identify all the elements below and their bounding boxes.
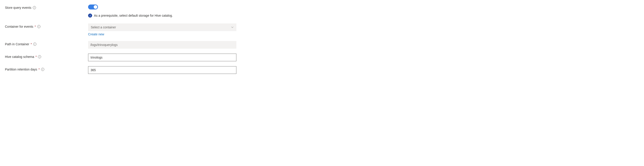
info-icon[interactable]: i (33, 6, 36, 9)
label-text: Store query events (5, 6, 32, 10)
container-select[interactable]: Select a container (88, 23, 236, 31)
create-new-link[interactable]: Create new (88, 32, 104, 36)
info-icon[interactable]: i (33, 43, 36, 46)
path-in-container-input[interactable] (88, 41, 236, 49)
label-container-for-events: Container for events * i (5, 23, 88, 28)
field-container-for-events: Select a container Create new (88, 23, 236, 36)
required-asterisk: * (30, 42, 32, 46)
label-text: Partition retention days (5, 67, 37, 71)
store-query-events-toggle[interactable] (88, 5, 98, 10)
row-store-query-events: Store query events i i As a prerequisite… (5, 5, 233, 22)
row-path-in-container: Path in Container * i (5, 41, 233, 49)
prerequisite-hint: i As a prerequisite, select default stor… (88, 14, 233, 18)
field-partition-retention-days (88, 66, 236, 74)
label-store-query-events: Store query events i (5, 5, 88, 10)
required-asterisk: * (38, 67, 40, 71)
label-path-in-container: Path in Container * i (5, 41, 88, 46)
field-path-in-container (88, 41, 236, 49)
info-icon[interactable]: i (37, 25, 40, 28)
row-hive-catalog-schema: Hive catalog schema * i (5, 54, 233, 61)
label-text: Path in Container (5, 42, 29, 46)
label-text: Container for events (5, 25, 33, 28)
select-placeholder: Select a container (91, 26, 116, 29)
info-icon[interactable]: i (41, 68, 44, 71)
required-asterisk: * (34, 25, 36, 28)
row-container-for-events: Container for events * i Select a contai… (5, 23, 233, 36)
field-store-query-events: i As a prerequisite, select default stor… (88, 5, 233, 22)
label-text: Hive catalog schema (5, 55, 34, 59)
label-partition-retention-days: Partition retention days * i (5, 66, 88, 71)
chevron-down-icon (231, 26, 234, 29)
hint-text: As a prerequisite, select default storag… (94, 14, 173, 17)
hive-catalog-schema-input[interactable] (88, 54, 236, 61)
row-partition-retention-days: Partition retention days * i (5, 66, 233, 74)
info-icon[interactable]: i (38, 55, 41, 58)
toggle-knob (94, 5, 97, 9)
query-events-form: Store query events i i As a prerequisite… (0, 0, 238, 80)
field-hive-catalog-schema (88, 54, 236, 61)
required-asterisk: * (36, 55, 37, 59)
partition-retention-days-input[interactable] (88, 66, 236, 74)
label-hive-catalog-schema: Hive catalog schema * i (5, 54, 88, 59)
info-badge-icon: i (88, 14, 92, 18)
